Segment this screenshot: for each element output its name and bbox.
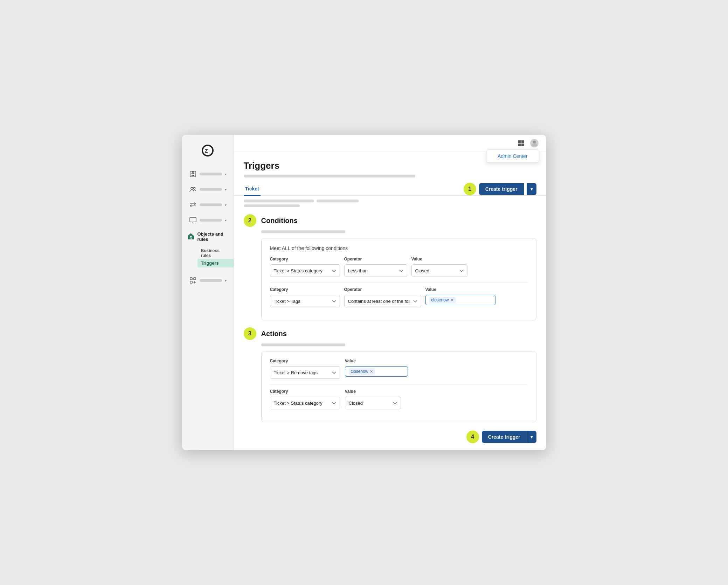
actions-header: 3 Actions — [244, 327, 536, 340]
create-trigger-dropdown-top[interactable]: ▾ — [527, 183, 536, 195]
condition1-value-select[interactable]: Closed — [411, 264, 467, 277]
arrows-icon — [189, 201, 197, 209]
sidebar: Z ▾ — [182, 135, 234, 450]
action1-tag-text: closenow — [351, 369, 368, 374]
main-content: Admin Center Triggers Ticket 1 Create tr… — [234, 135, 546, 450]
grid-icon[interactable] — [516, 138, 526, 148]
sidebar-item-triggers[interactable]: Triggers — [197, 259, 234, 267]
nav-label-bar-6 — [200, 279, 222, 282]
sidebar-submenu: Business rules Triggers — [182, 245, 234, 269]
title-subbar — [244, 175, 415, 177]
condition1-operator-select[interactable]: Less than — [344, 264, 407, 277]
content-bar-1 — [244, 200, 314, 202]
action1-category-label: Category — [270, 358, 340, 363]
tab-right-actions: 1 Create trigger ▾ — [464, 183, 536, 195]
condition2-operator-label: Operator — [344, 287, 421, 292]
svg-rect-6 — [192, 171, 194, 173]
action-row-2: Category Ticket > Status category Value … — [270, 389, 528, 409]
condition2-value-label: Value — [425, 287, 495, 292]
action-row-1: Category Ticket > Remove tags Value clos… — [270, 358, 528, 379]
action1-tag-input[interactable]: closenow ✕ — [345, 366, 408, 377]
condition2-operator-select[interactable]: Contains at least one of the following — [344, 295, 421, 307]
actions-subbar — [261, 343, 345, 346]
condition2-value-group: Value closenow ✕ — [425, 287, 495, 305]
bottom-create-trigger-area: 4 Create trigger ▾ — [244, 429, 536, 443]
condition2-category-select[interactable]: Ticket > Tags — [270, 295, 340, 307]
tab-content-bars — [234, 196, 546, 207]
action1-category-group: Category Ticket > Remove tags — [270, 358, 340, 379]
svg-rect-11 — [190, 278, 192, 280]
step-badge-3: 3 — [244, 327, 256, 340]
action2-value-label: Value — [345, 389, 401, 394]
grid-plus-icon — [189, 277, 197, 284]
step-badge-1: 1 — [464, 183, 476, 195]
action1-value-group: Value closenow ✕ — [345, 358, 408, 377]
condition1-category-label: Category — [270, 257, 340, 262]
action1-tag-remove[interactable]: ✕ — [370, 369, 373, 374]
objects-and-rules-label: Objects and rules — [197, 231, 229, 242]
svg-rect-13 — [190, 281, 192, 283]
sidebar-item-objects-and-rules[interactable]: Objects and rules — [182, 228, 234, 245]
condition1-category-select[interactable]: Ticket > Status category — [270, 264, 340, 277]
condition2-operator-group: Operator Contains at least one of the fo… — [344, 287, 421, 307]
nav-label-bar-2 — [200, 188, 222, 191]
sidebar-item-people[interactable]: ▾ — [184, 182, 231, 197]
action2-category-select[interactable]: Ticket > Status category — [270, 397, 340, 409]
action1-category-select[interactable]: Ticket > Remove tags — [270, 366, 340, 379]
svg-rect-4 — [192, 175, 193, 176]
condition2-tag-input[interactable]: closenow ✕ — [425, 295, 495, 305]
condition2-tag-remove[interactable]: ✕ — [450, 298, 453, 302]
tab-ticket[interactable]: Ticket — [244, 182, 261, 196]
conditions-subbar — [261, 230, 345, 233]
condition2-category-label: Category — [270, 287, 340, 292]
condition2-tag-text: closenow — [431, 298, 449, 302]
svg-rect-15 — [521, 140, 524, 143]
topbar-icons — [516, 138, 539, 148]
logo: Z — [182, 140, 234, 166]
svg-text:Z: Z — [205, 148, 208, 154]
chevron-down-icon-1: ▾ — [225, 172, 227, 176]
condition1-operator-group: Operator Less than — [344, 257, 407, 277]
nav-label-bar-4 — [200, 219, 222, 222]
action1-tag-chip: closenow ✕ — [349, 368, 375, 375]
chevron-down-icon-2: ▾ — [225, 188, 227, 191]
admin-center-dropdown[interactable]: Admin Center — [486, 149, 539, 163]
svg-rect-14 — [518, 140, 520, 143]
svg-point-19 — [533, 140, 536, 144]
create-trigger-button-top[interactable]: Create trigger — [479, 183, 524, 195]
meet-all-label: Meet ALL of the following conditions — [270, 245, 528, 251]
objects-icon — [187, 232, 195, 241]
step-badge-2: 2 — [244, 214, 256, 227]
actions-title: Actions — [261, 330, 287, 338]
condition1-operator-label: Operator — [344, 257, 407, 262]
create-trigger-dropdown-bottom[interactable]: ▾ — [527, 431, 536, 443]
condition2-category-group: Category Ticket > Tags — [270, 287, 340, 307]
action2-value-select[interactable]: Closed — [345, 397, 401, 409]
sidebar-item-building[interactable]: ▾ — [184, 167, 231, 181]
content-area: 2 Conditions Meet ALL of the following c… — [234, 207, 546, 450]
condition-row-2: Category Ticket > Tags Operator Contains… — [270, 287, 528, 307]
condition-divider — [270, 283, 528, 283]
condition-row-1: Category Ticket > Status category Operat… — [270, 257, 528, 277]
people-icon — [189, 186, 197, 193]
sidebar-item-monitor[interactable]: ▾ — [184, 213, 231, 228]
user-avatar[interactable] — [529, 138, 539, 148]
content-bar-2 — [317, 200, 359, 202]
condition1-value-group: Value Closed — [411, 257, 467, 277]
svg-rect-16 — [518, 144, 520, 146]
action2-category-label: Category — [270, 389, 340, 394]
nav-label-bar-1 — [200, 173, 222, 175]
sidebar-item-arrows[interactable]: ▾ — [184, 197, 231, 212]
action1-value-label: Value — [345, 358, 408, 363]
monitor-icon — [189, 216, 197, 224]
action-divider — [270, 384, 528, 385]
sidebar-item-grid-plus[interactable]: ▾ — [184, 273, 231, 288]
conditions-box: Meet ALL of the following conditions Cat… — [261, 238, 536, 320]
conditions-title: Conditions — [261, 217, 298, 225]
step-badge-4: 4 — [466, 431, 479, 443]
create-trigger-button-bottom[interactable]: Create trigger — [482, 431, 527, 443]
action2-category-group: Category Ticket > Status category — [270, 389, 340, 409]
content-bar-3 — [244, 204, 300, 207]
chevron-down-icon-4: ▾ — [225, 218, 227, 222]
svg-point-7 — [191, 187, 193, 189]
